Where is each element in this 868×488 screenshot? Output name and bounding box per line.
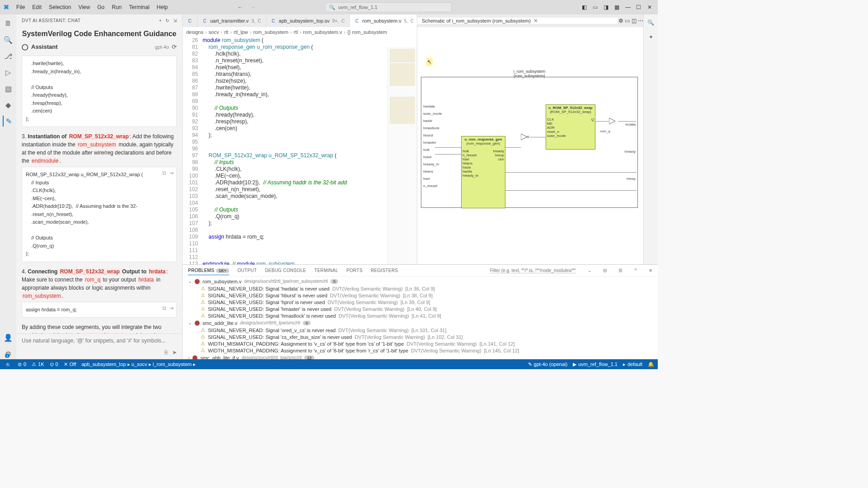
problem-item[interactable]: ⚠SIGNAL_NEVER_READ: Signal 'ored_v_cs' i… [183, 327, 658, 333]
ai-assistant-icon[interactable]: ✎ [3, 116, 14, 127]
breadcrumbs[interactable]: designs› socv› rtl› rtl_lpw› rom_subsyst… [183, 27, 417, 37]
nav-forward-icon[interactable]: → [248, 3, 257, 12]
crumb[interactable]: rtl_lpw [234, 29, 248, 35]
settings-icon[interactable]: ⚙ [618, 18, 623, 24]
copy-icon[interactable]: ⧉ [162, 304, 166, 312]
nav-back-icon[interactable]: ← [236, 3, 245, 12]
status-errors[interactable]: ⊘ 0 [18, 361, 26, 367]
problem-item[interactable]: ⚠SIGNAL_NEVER_USED: Signal 'hmaster' is … [183, 305, 658, 312]
crumb[interactable]: socv [209, 29, 219, 35]
tab-output[interactable]: OUTPUT [237, 266, 257, 275]
crumb[interactable]: rom_subsystem.v [303, 29, 342, 35]
explorer-icon[interactable]: 🗎 [3, 18, 14, 29]
status-project[interactable]: ▶ uvm_ref_flow_1.1 [573, 361, 618, 367]
close-tab-icon[interactable]: ● [416, 18, 417, 24]
problem-file-row[interactable]: ⌄⬤ smc_addr_lite.v designs/socv/rtl/rtl_… [183, 319, 658, 327]
tab-apb[interactable]: Capb_subsystem_top.sv 9+,C [266, 14, 350, 27]
block-rom-wrap[interactable]: u_ROM_SP_512x32_wrap(ROM_SP_512x32_wrap)… [546, 104, 595, 150]
menu-terminal[interactable]: Terminal [125, 4, 153, 10]
problem-item[interactable]: ⚠SIGNAL_NEVER_USED: Signal 'hwdata' is n… [183, 285, 658, 292]
status-build[interactable]: ▸ default [623, 361, 642, 367]
tools-rail-icon[interactable]: ✦ [646, 33, 656, 42]
close-panel-icon[interactable]: ✕ [649, 268, 652, 273]
window-close-icon[interactable]: ✕ [645, 3, 654, 12]
menu-file[interactable]: File [13, 4, 28, 10]
remote-indicator[interactable]: ⎋ [4, 361, 12, 367]
tab-uart[interactable]: Cuart_transmitter.v 3,C [198, 14, 266, 27]
code-content[interactable]: 26 81 82 83 84 85 86 87 88 89 90 91 92 9… [183, 37, 417, 264]
attach-icon[interactable]: ⎘ [165, 349, 168, 356]
settings-gear-icon[interactable]: ⚙1 [3, 348, 14, 359]
crumb[interactable]: rom_subsystem [253, 29, 288, 35]
tab-terminal[interactable]: TERMINAL [314, 266, 338, 275]
problem-file-row[interactable]: ›⬤ smc_ahb_lite_if.v designs/socv/rtl/rt… [183, 354, 658, 359]
status-hierarchy[interactable]: apb_subsystem_top ▸ u_socv ▸ i_rom_subsy… [81, 361, 196, 367]
chevron-down-icon[interactable]: › [188, 355, 189, 359]
maximize-panel-icon[interactable]: ^ [635, 268, 637, 273]
source-control-icon[interactable]: ⎇ [3, 51, 14, 61]
tab-debug-console[interactable]: DEBUG CONSOLE [265, 266, 306, 275]
filter-icon[interactable]: ⌄ [588, 268, 591, 273]
accounts-icon[interactable]: 👤 [3, 332, 14, 343]
tab-problems[interactable]: PROBLEMS1K+ [188, 266, 229, 275]
problem-item[interactable]: ⚠WIDTH_MISMATCH_PADDING: Assignment to '… [183, 340, 658, 347]
close-tab-icon[interactable]: ✕ [533, 18, 538, 24]
problem-item[interactable]: ⚠SIGNAL_NEVER_USED: Signal 'hprot' is ne… [183, 299, 658, 305]
copy-icon[interactable]: ⧉ [162, 169, 166, 177]
dvt-icon[interactable]: ◆ [3, 99, 14, 110]
problem-file-row[interactable]: ⌄⬤ rom_subsystem.v designs/socv/rtl/rtl_… [183, 277, 658, 285]
menu-selection[interactable]: Selection [45, 4, 75, 10]
search-rail-icon[interactable]: 🔍 [646, 18, 656, 27]
problem-item[interactable]: ⚠WIDTH_MISMATCH_PADDING: Assignment to '… [183, 347, 658, 354]
problem-item[interactable]: ⚠SIGNAL_NEVER_USED: Signal 'cs_xfer_bus_… [183, 333, 658, 340]
tab-stub[interactable]: C [183, 14, 198, 27]
insert-icon[interactable]: ⇥ [169, 169, 174, 177]
problem-item[interactable]: ⚠SIGNAL_NEVER_USED: Signal 'hburst' is n… [183, 292, 658, 299]
maximize-group-icon[interactable]: ▭ [625, 18, 630, 24]
window-maximize-icon[interactable]: ☐ [634, 3, 643, 12]
menu-edit[interactable]: Edit [28, 4, 45, 10]
status-ports[interactable]: ⊙ 0 [50, 361, 58, 367]
crumb[interactable]: {} rom_subsystem [347, 29, 387, 35]
problems-list[interactable]: ⌄⬤ rom_subsystem.v designs/socv/rtl/rtl_… [183, 277, 658, 359]
model-label[interactable]: gpt-4o [155, 44, 169, 50]
chat-input[interactable] [22, 338, 177, 344]
layout-secondary-side-icon[interactable]: ◨ [602, 3, 611, 12]
chevron-down-icon[interactable]: ⌄ [188, 279, 192, 284]
tab-ports[interactable]: PORTS [346, 266, 363, 275]
command-center[interactable]: 🔍 uvm_ref_flow_1.1 [325, 2, 452, 12]
view-as-tree-icon[interactable]: ☰ [618, 268, 623, 273]
minimap[interactable] [387, 47, 417, 264]
menu-run[interactable]: Run [108, 4, 125, 10]
crumb[interactable]: rtl [224, 29, 228, 35]
tab-registers[interactable]: REGISTERS [371, 266, 398, 275]
code-lines[interactable]: module rom_subsystem ( rom_response_gen … [203, 37, 417, 264]
extensions-icon[interactable]: ▧ [3, 83, 14, 94]
more-actions-icon[interactable]: ⋯ [638, 18, 643, 24]
regenerate-icon[interactable]: ⟳ [172, 43, 177, 50]
schematic-top-module[interactable]: i_rom_subsystem(rom_subsystem) hwdatasca… [421, 77, 638, 208]
window-minimize-icon[interactable]: — [623, 3, 632, 12]
chat-body[interactable]: .hwrite(hwrite), .hready_in(hready_in), … [16, 52, 182, 333]
search-activity-icon[interactable]: 🔍 [3, 34, 14, 45]
collapse-all-icon[interactable]: ⊟ [603, 268, 607, 273]
tab-rom-subsystem[interactable]: Crom_subsystem.v 5,C● [350, 14, 417, 27]
status-off[interactable]: ✕ Off [64, 361, 76, 367]
menu-view[interactable]: View [75, 4, 94, 10]
layout-primary-side-icon[interactable]: ◧ [580, 3, 589, 12]
problem-item[interactable]: ⚠SIGNAL_NEVER_USED: Signal 'hmastlock' i… [183, 312, 658, 319]
problems-filter-input[interactable] [490, 268, 576, 273]
history-icon[interactable]: ↻ [165, 18, 170, 23]
insert-icon[interactable]: ⇥ [169, 304, 174, 312]
schematic-canvas[interactable]: ↖ i_rom_subsystem(rom_subsystem) hwdatas… [417, 27, 643, 264]
export-icon[interactable]: ⇲ [173, 18, 177, 23]
status-model[interactable]: ✎ gpt-4o (openai) [528, 361, 568, 367]
menu-go[interactable]: Go [94, 4, 108, 10]
layout-customize-icon[interactable]: ▦ [613, 3, 622, 12]
menu-help[interactable]: Help [153, 4, 172, 10]
send-icon[interactable]: ➤ [172, 349, 177, 356]
run-debug-icon[interactable]: ▷ [3, 67, 14, 78]
chevron-down-icon[interactable]: ⌄ [188, 320, 192, 325]
split-editor-icon[interactable]: ◫ [632, 18, 637, 24]
crumb[interactable]: designs [186, 29, 203, 35]
